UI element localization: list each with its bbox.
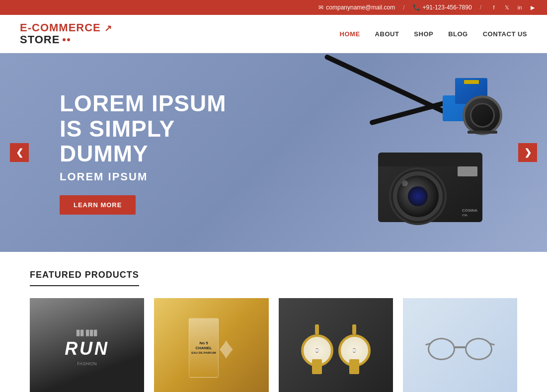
product-card-3: ⌚ ⌚ Product Title 3 ★ ★ ★ xyxy=(279,298,393,392)
logo-dots xyxy=(63,38,70,41)
product-image-4[interactable] xyxy=(403,298,517,392)
hero-slider: COSINACSL LOREM IPSUM IS SIMPLY DUMMY LO… xyxy=(0,53,547,252)
logo-dot-1 xyxy=(63,38,66,41)
products-section: FEATURED PRODUCTS ▊▊ ▊▊▊ RUN FASHION Pro… xyxy=(0,252,547,392)
instagram-icon[interactable]: in xyxy=(515,3,524,12)
nav-about[interactable]: ABOUT xyxy=(375,30,399,38)
logo-bottom: STORE xyxy=(20,34,112,46)
logo-arrow: ↗ xyxy=(104,23,112,33)
product-image-1[interactable]: ▊▊ ▊▊▊ RUN FASHION xyxy=(30,298,144,392)
lens-cap xyxy=(463,95,502,135)
nav-contact[interactable]: CONTACT US xyxy=(483,30,527,38)
hero-content: LOREM IPSUM IS SIMPLY DUMMY LOREM IPSUM … xyxy=(0,91,248,215)
logo-dot-2 xyxy=(67,38,70,41)
logo: E-COMMERCE ↗ STORE xyxy=(20,22,112,46)
hero-title-2: IS SIMPLY DUMMY xyxy=(60,116,248,166)
email-icon: ✉ xyxy=(318,4,323,11)
product-image-2[interactable]: No 5CHANELEAU DE PARFUM xyxy=(154,298,268,392)
products-grid: ▊▊ ▊▊▊ RUN FASHION Product Title 1 ★ ★ ★… xyxy=(30,298,517,392)
social-icons: f 𝕏 in ▶ xyxy=(489,3,537,12)
hero-learn-more-button[interactable]: LEARN MORE xyxy=(60,195,136,215)
product-image-3[interactable]: ⌚ ⌚ xyxy=(279,298,393,392)
hero-subtitle: LOREM IPSUM xyxy=(60,170,248,183)
section-title: FEATURED PRODUCTS xyxy=(30,270,139,286)
slider-prev-button[interactable]: ❮ xyxy=(10,143,29,162)
nav-blog[interactable]: BLOG xyxy=(448,30,468,38)
divider-1: / xyxy=(403,4,404,11)
hero-title-1: LOREM IPSUM xyxy=(60,91,248,116)
youtube-icon[interactable]: ▶ xyxy=(528,3,537,12)
product-card-4: Product Title 4 ★ ★ ★ ★ ★ $ 20.21 🛒 xyxy=(403,298,517,392)
email-item: ✉ companyname@mail.com xyxy=(318,4,395,11)
divider-2: / xyxy=(480,4,481,11)
product-card-2: No 5CHANELEAU DE PARFUM Product Title 2 … xyxy=(154,298,268,392)
nav-shop[interactable]: SHOP xyxy=(414,30,433,38)
camera-lens xyxy=(393,171,443,221)
header: E-COMMERCE ↗ STORE HOME ABOUT SHOP BLOG … xyxy=(0,15,547,53)
phone-icon: 📞 xyxy=(413,4,420,11)
nav-home[interactable]: HOME xyxy=(340,30,360,38)
twitter-icon[interactable]: 𝕏 xyxy=(502,3,511,12)
facebook-icon[interactable]: f xyxy=(489,3,498,12)
logo-ecommerce: E-COMMERCE xyxy=(20,21,101,34)
email-text: companyname@mail.com xyxy=(326,4,395,11)
logo-top: E-COMMERCE ↗ xyxy=(20,22,112,34)
product-card-1: ▊▊ ▊▊▊ RUN FASHION Product Title 1 ★ ★ ★… xyxy=(30,298,144,392)
slider-next-button[interactable]: ❯ xyxy=(518,143,537,162)
hero-product: COSINACSL xyxy=(284,68,507,237)
main-nav: HOME ABOUT SHOP BLOG CONTACT US xyxy=(340,30,527,38)
logo-store: STORE xyxy=(20,34,60,46)
phone-text: +91-123-456-7890 xyxy=(423,4,472,11)
camera-body: COSINACSL xyxy=(378,153,482,222)
phone-item: 📞 +91-123-456-7890 xyxy=(413,4,472,11)
top-bar: ✉ companyname@mail.com / 📞 +91-123-456-7… xyxy=(0,0,547,15)
